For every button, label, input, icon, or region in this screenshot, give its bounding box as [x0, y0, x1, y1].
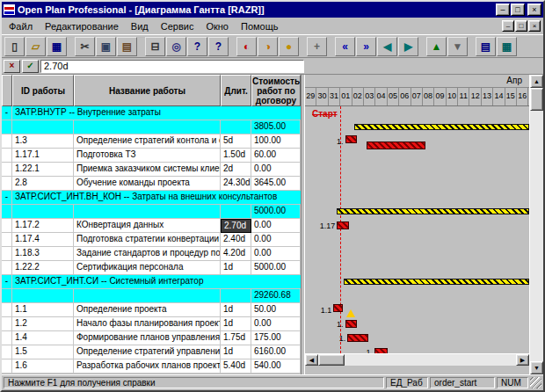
horizontal-scroll-track[interactable]	[345, 354, 516, 366]
cost-cell[interactable]: 60.00	[251, 149, 301, 163]
name-cell[interactable]: Определение стратегий контола и отч	[74, 134, 221, 149]
duration-cell[interactable]: 1d	[221, 261, 251, 275]
toolbar-jump-back-button[interactable]: ◀	[377, 37, 397, 56]
id-cell[interactable]	[12, 205, 74, 219]
name-cell[interactable]: КОнвертация данных	[74, 219, 221, 233]
gantt-bar-task[interactable]	[333, 304, 343, 312]
row-indicator[interactable]	[2, 233, 12, 247]
row-indicator[interactable]	[2, 120, 12, 134]
duration-cell[interactable]: 5.40d	[221, 359, 251, 374]
toolbar-time-analysis-button[interactable]: ◐	[236, 37, 257, 56]
gantt-bar-task[interactable]	[374, 348, 388, 353]
title-bar[interactable]: Open Plan Professional - [Диаграмма Гант…	[2, 2, 543, 18]
group-name-cell[interactable]: ЗАТР.СИСТ_ИНТ.ВН_КОН -- Затраты на внешн…	[12, 191, 301, 205]
id-cell[interactable]: 1.18.3	[12, 247, 74, 261]
duration-cell[interactable]	[221, 120, 251, 134]
group-name-cell[interactable]: ЗАТР.СИСТ_ИНТ.СИ -- Системный интегратор	[12, 275, 301, 289]
collapse-indicator[interactable]: -	[2, 106, 12, 120]
toolbar-view-network-button[interactable]: ▦	[497, 37, 517, 56]
toolbar-context-help-button[interactable]: ?	[208, 37, 229, 56]
toolbar-move-down-button[interactable]: ▼	[447, 37, 468, 56]
gantt-bar-milestone[interactable]	[346, 309, 355, 317]
table-row[interactable]: -ЗАТР.СИСТ_ИНТ.ВН_КОН -- Затраты на внеш…	[2, 191, 301, 205]
cost-cell[interactable]: 0.00	[251, 163, 301, 177]
toolbar-cut-button[interactable]: ✂	[75, 37, 95, 56]
scroll-right-button[interactable]: ▶	[516, 354, 529, 366]
toolbar-new-button[interactable]: ▯	[4, 37, 25, 56]
gantt-bar-task[interactable]	[337, 221, 348, 229]
horizontal-scroll-thumb[interactable]	[318, 354, 345, 366]
id-cell[interactable]: 1.22.2	[12, 261, 74, 275]
row-indicator[interactable]	[2, 303, 12, 317]
cost-cell[interactable]: 5000.00	[251, 205, 301, 219]
id-cell[interactable]: 1.2	[12, 317, 74, 331]
duration-cell[interactable]: 2.70d	[221, 219, 251, 233]
gantt-bar-task[interactable]	[345, 320, 357, 328]
name-cell[interactable]: Определение проекта	[74, 303, 221, 317]
column-header[interactable]: ID работы	[12, 75, 74, 106]
menu-tools[interactable]: Сервис	[155, 19, 200, 33]
row-indicator[interactable]	[2, 247, 12, 261]
id-cell[interactable]: 1.17.1	[12, 149, 74, 163]
name-cell[interactable]	[74, 289, 221, 303]
menu-edit[interactable]: Редактирование	[39, 19, 125, 33]
menu-file[interactable]: Файл	[3, 19, 39, 33]
row-indicator[interactable]	[2, 331, 12, 345]
toolbar-link-back-button[interactable]: «	[335, 37, 355, 56]
table-row[interactable]: 1.17.1Подготовка ТЗ1.50d60.00	[2, 149, 301, 163]
duration-cell[interactable]	[221, 205, 251, 219]
duration-cell[interactable]: 1d	[221, 317, 251, 331]
confirm-edit-button[interactable]: ✓	[22, 60, 39, 73]
vertical-scroll-thumb[interactable]	[530, 88, 543, 111]
id-cell[interactable]	[12, 120, 74, 134]
cell-edit-input[interactable]	[40, 60, 304, 73]
table-row[interactable]: 1.4Формирование планов управления1.75d17…	[2, 331, 301, 345]
cost-cell[interactable]: 50.00	[251, 303, 301, 317]
id-cell[interactable]: 1.17.2	[12, 219, 74, 233]
gantt-bar-summary[interactable]	[354, 124, 528, 130]
toolbar-print-button[interactable]: ⊟	[145, 37, 165, 56]
toolbar-link-forward-button[interactable]: »	[356, 37, 376, 56]
resize-grip[interactable]	[530, 377, 541, 388]
toolbar-move-up-button[interactable]: ▲	[426, 37, 447, 56]
duration-cell[interactable]: 2d	[221, 163, 251, 177]
duration-cell[interactable]: 5d	[221, 134, 251, 149]
toolbar-paste-button[interactable]: ▤	[117, 37, 137, 56]
vertical-scrollbar[interactable]: ▲ ▼	[529, 75, 543, 374]
table-row[interactable]: -ЗАТР.СИСТ_ИНТ.СИ -- Системный интеграто…	[2, 275, 301, 289]
toolbar-copy-button[interactable]: ▣	[96, 37, 116, 56]
cost-cell[interactable]: 6160.00	[251, 345, 301, 359]
scroll-down-button[interactable]: ▼	[530, 361, 543, 374]
column-header[interactable]: Стоимость работ по договору	[251, 75, 301, 106]
cancel-edit-button[interactable]: ×	[4, 60, 20, 73]
table-row[interactable]: 1.2Начало фазы планирования проекта1d0.0…	[2, 317, 301, 331]
duration-cell[interactable]: 1.50d	[221, 149, 251, 163]
name-cell[interactable]: Задание стандартов и процедур по д	[74, 247, 221, 261]
row-indicator[interactable]	[2, 261, 12, 275]
mdi-minimize-button[interactable]: –	[502, 20, 514, 32]
gantt-bar-summary[interactable]	[344, 279, 528, 285]
column-header[interactable]: Название работы	[74, 75, 221, 106]
toolbar-resource-analysis-button[interactable]: ◑	[258, 37, 278, 56]
mdi-close-button[interactable]: ×	[528, 20, 541, 32]
duration-cell[interactable]: 1d	[221, 345, 251, 359]
duration-cell[interactable]	[221, 289, 251, 303]
duration-cell[interactable]: 4.20d	[221, 247, 251, 261]
row-indicator[interactable]	[2, 205, 12, 219]
row-indicator[interactable]	[2, 177, 12, 191]
name-cell[interactable]: Разработка рабочих планов проекта	[74, 359, 221, 374]
column-header[interactable]	[2, 75, 12, 106]
id-cell[interactable]	[12, 289, 74, 303]
table-row[interactable]: 1.3Определение стратегий контола и отч5d…	[2, 134, 301, 149]
cost-cell[interactable]: 540.00	[251, 359, 301, 374]
row-indicator[interactable]	[2, 149, 12, 163]
cost-cell[interactable]: 0.00	[251, 247, 301, 261]
table-row[interactable]: 1.18.3Задание стандартов и процедур по д…	[2, 247, 301, 261]
row-indicator[interactable]	[2, 219, 12, 233]
table-row[interactable]: -ЗАТР.ВНУТР -- Внутренние затраты	[2, 106, 301, 120]
duration-cell[interactable]: 2.40d	[221, 233, 251, 247]
close-button[interactable]: ×	[527, 4, 541, 16]
toolbar-open-button[interactable]: ▱	[25, 37, 46, 56]
table-row[interactable]: 1.6Разработка рабочих планов проекта5.40…	[2, 359, 301, 374]
cost-cell[interactable]: 3645.00	[251, 177, 301, 191]
